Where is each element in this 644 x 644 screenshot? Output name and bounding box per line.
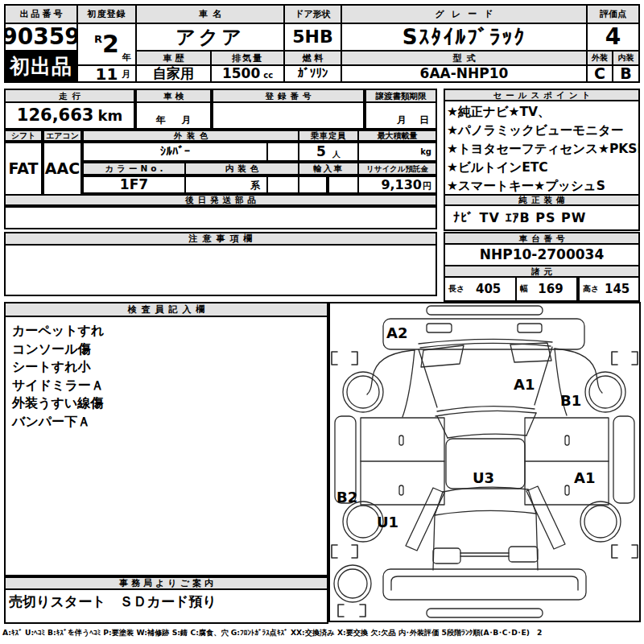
history-value: 自家用: [137, 66, 210, 81]
fuel-value: ｶﾞｿﾘﾝ: [285, 66, 341, 81]
first-reg-header: 初度登録: [78, 6, 135, 23]
top-table: 出品番号 90359 初出品 初度登録 R2 年 11 月 車名 アクア 車歴 …: [4, 4, 640, 83]
front-bumper-detail-right: [518, 324, 542, 332]
sales-point: ★パノラミックビューモニター: [447, 122, 623, 140]
sales-point: ★ビルトインETC: [447, 159, 548, 177]
capacity-unit: 人: [332, 151, 341, 159]
auction-sheet: 出品番号 90359 初出品 初度登録 R2 年 11 月 車名 アクア 車歴 …: [0, 0, 644, 644]
mileage-number: 126,663: [17, 107, 94, 124]
grade-value: Sｽﾀｲﾙﾌﾞﾗｯｸ: [342, 24, 586, 50]
office-body: 売切りスタート ＳＤカード預り: [6, 590, 327, 622]
import-car-header: 輸入車: [299, 163, 357, 174]
office-box: 事務局よりご案内 売切りスタート ＳＤカード預り: [4, 576, 328, 624]
ext-color-value: ｼﾙﾊﾞｰ: [84, 143, 266, 160]
import-car-cell-2: [329, 177, 357, 192]
spare-wheel: [334, 565, 371, 602]
first-reg-year-value: 2: [102, 32, 119, 56]
color-no-header: カラーNo.: [84, 163, 184, 174]
sales-point: ★トヨタセーフティセンス★PKSB: [447, 140, 638, 159]
equipment-value: ﾅﾋﾞ TV ｴｱB PS PW: [445, 206, 638, 229]
mileage-header: 走行: [6, 90, 134, 101]
spec-height-value: 145: [599, 283, 635, 295]
displacement-unit: cc: [263, 72, 273, 80]
caution-box: 注意事項欄: [4, 232, 437, 296]
c-pillar-left: [406, 488, 444, 551]
max-load-value: kg: [359, 143, 436, 160]
spec-height: 高さ 145: [580, 278, 638, 300]
spec-length: 長さ 405: [445, 278, 515, 300]
spec-width: 幅 169: [517, 278, 576, 300]
door-header: ドア形状: [285, 6, 341, 23]
chassis-box: 車台番号 NHP10-2700034 諸元 長さ 405 幅 169 高さ 14…: [444, 232, 640, 302]
damage-label-b1: B1: [560, 392, 581, 409]
rear-bumper: [383, 569, 586, 600]
fuel-header: 燃料: [285, 52, 341, 64]
front-upper-strip: [427, 306, 543, 315]
first-reg-era: R: [94, 34, 102, 44]
caution-header: 注意事項欄: [6, 233, 436, 244]
damage-label-b2: B2: [336, 489, 357, 506]
fender-left: [367, 350, 415, 394]
inspection-month-unit: 月: [182, 115, 192, 125]
wheel-rear-right: [580, 502, 621, 542]
sill-right: [613, 416, 634, 503]
aircon-header: エアコン: [44, 131, 80, 140]
office-header: 事務局よりご案内: [6, 578, 327, 588]
displacement-number: 1500: [222, 67, 260, 80]
inspector-comment: シートすれ小: [12, 358, 91, 377]
model-value: 6AA-NHP10: [342, 66, 586, 81]
score-value: 4: [588, 24, 638, 50]
capacity-header: 乗車定員: [299, 131, 357, 140]
inspector-box: 検査員記入欄 カーペットすれ コンソール傷 シートすれ小 サイドミラーＡ 外装う…: [4, 302, 328, 576]
sales-point: ★純正ナビ★TV、: [447, 103, 551, 122]
transfer-day-unit: 日: [419, 115, 429, 125]
int-color-header: 内装色: [186, 163, 298, 174]
sales-point: ★スマートキー★プッシュS: [447, 177, 605, 194]
rear-lower-strip: [427, 609, 543, 617]
first-reg-year: R2 年: [78, 24, 135, 64]
sales-body: ★純正ナビ★TV、 ★パノラミックビューモニター ★トヨタセーフティセンス★PK…: [445, 101, 638, 194]
inspector-comment: サイドミラーＡ: [12, 377, 104, 395]
first-reg-month-unit: 月: [122, 70, 130, 79]
model-header: 型式: [342, 52, 586, 64]
interior-grade-value: B: [613, 66, 638, 81]
aircon-value: AAC: [44, 143, 80, 194]
wheel-front-right: [585, 372, 625, 412]
displacement-value: 1500 cc: [212, 66, 283, 81]
spec-width-label: 幅: [520, 285, 528, 293]
recycle-header: リサイクル預託金: [359, 163, 436, 174]
reg-no-header: 登録番号: [213, 90, 363, 101]
sales-header: セールスポイント: [445, 90, 638, 100]
first-reg-month-value: 11: [96, 66, 118, 81]
capacity-value: 5 人: [299, 143, 357, 160]
recycle-value: 9,130 円: [359, 177, 436, 192]
headlight-left: [421, 345, 464, 367]
int-color-value: 系: [186, 177, 266, 192]
inspector-comment: 外装うすい線傷: [12, 394, 103, 413]
inspection-value: 年 月: [137, 103, 210, 128]
front-bumper-detail-left: [427, 324, 452, 332]
displacement-header: 排気量: [212, 52, 283, 64]
capacity-number: 5: [316, 145, 326, 159]
transfer-month-unit: 月: [397, 115, 407, 125]
reg-no-value: [213, 103, 363, 128]
shift-header: シフト: [6, 131, 41, 140]
shift-value: FAT: [6, 143, 41, 194]
damage-label-u3: U3: [473, 469, 494, 486]
equipment-header: 純正装備: [445, 196, 638, 204]
grade-header: グレード: [342, 6, 586, 23]
inspection-year-unit: 年: [156, 115, 166, 125]
score-header: 評価点: [588, 6, 638, 23]
sales-box: セールスポイント ★純正ナビ★TV、 ★パノラミックビューモニター ★トヨタセー…: [444, 89, 640, 231]
specs-header: 諸元: [445, 266, 638, 276]
mileage-value: 126,663 km: [6, 103, 134, 128]
spec-length-value: 405: [464, 283, 512, 295]
transfer-docs-header: 譲渡書類期限: [366, 90, 436, 101]
inspection-header: 車検: [137, 90, 210, 101]
color-no-value: 1F7: [84, 177, 184, 192]
later-parts-body: [6, 208, 436, 228]
car-name: アクア: [137, 24, 283, 50]
spec-length-label: 長さ: [448, 285, 464, 293]
int-color-blank: [268, 177, 298, 192]
chassis-value: NHP10-2700034: [445, 245, 638, 265]
